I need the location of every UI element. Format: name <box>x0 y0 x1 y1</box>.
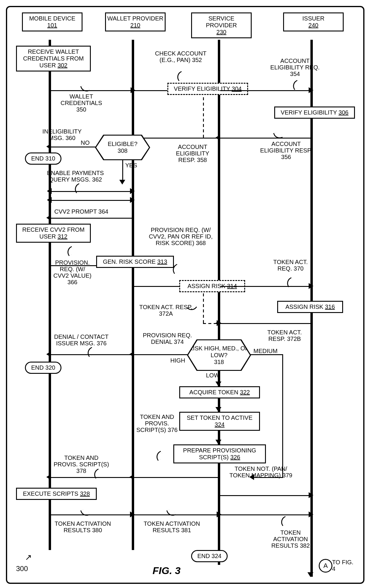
lifeline-service <box>218 40 220 565</box>
actor-ref: 210 <box>107 22 164 29</box>
box-304: VERIFY ELIGIBILITY 304 <box>167 83 248 95</box>
label-372b: TOKEN ACT. RESP. 372B <box>259 329 310 342</box>
actor-title: WALLET PROVIDER <box>107 15 164 22</box>
label-380: TOKEN ACTIVATION RESULTS 380 <box>52 520 114 533</box>
actor-title: ISSUER <box>285 15 342 22</box>
diagram-number: 300 <box>16 565 28 573</box>
actor-wallet: WALLET PROVIDER 210 <box>105 12 166 31</box>
label-381: TOKEN ACTIVATION RESULTS 381 <box>141 520 203 533</box>
actor-service: SERVICE PROVIDER 230 <box>191 12 252 38</box>
figure-label: FIG. 3 <box>153 565 180 576</box>
label-378: TOKEN AND PROVIS. SCRIPT(S) 378 <box>52 454 111 474</box>
label-364: CVV2 PROMPT 364 <box>52 208 111 215</box>
label-366: PROVISION. REQ. (W/ CVV2 VALUE) 366 <box>52 259 93 285</box>
label-362: ENABLE PAYMENTS QUERY MSGS. 362 <box>43 170 108 183</box>
label-tofig4: TO FIG. 4 <box>332 559 356 572</box>
label-379: TOKEN NOT. (PAN/ TOKEN MAPPING) 379 <box>227 465 295 479</box>
pill-324b: END 324 <box>191 550 228 562</box>
actor-mobile: MOBILE DEVICE 101 <box>22 12 83 31</box>
label-356: ACCOUNT ELIGIBILITY RESP. 356 <box>259 141 313 160</box>
box-312: RECEIVE CVV2 FROM USER 312 <box>16 224 91 243</box>
label-376a: DENIAL / CONTACT ISSUER MSG. 376 <box>52 333 111 347</box>
actor-ref: 240 <box>285 22 342 29</box>
box-324a: SET TOKEN TO ACTIVE 324 <box>179 412 260 431</box>
box-313: GEN. RISK SCORE 313 <box>96 256 174 268</box>
label-368: PROVISION REQ. (W/ CVV2, PAN OR REF ID, … <box>147 227 215 246</box>
actor-title: MOBILE DEVICE <box>24 15 80 22</box>
actor-ref: 101 <box>24 22 80 29</box>
label-352: CHECK ACCOUNT (E.G., PAN) 352 <box>150 50 212 63</box>
label-376b: TOKEN AND PROVIS. SCRIPT(S) 376 <box>135 414 179 433</box>
label-374: PROVISION REQ. DENIAL 374 <box>141 332 194 345</box>
box-306: VERIFY ELIGIBILITY 306 <box>274 107 355 119</box>
label-354: ACCOUNT ELIGIBILITY REQ. 354 <box>268 58 322 77</box>
lifeline-mobile <box>49 40 51 550</box>
box-328: EXECUTE SCRIPTS 328 <box>16 488 97 500</box>
label-360: INELIGIBILITY MSG. 360 <box>40 128 84 141</box>
label-372a: TOKEN ACT. RESP. 372A <box>138 304 194 317</box>
label-358: ACCOUNT ELIGIBILITY RESP. 358 <box>167 144 218 163</box>
decision-308: ELIGIBLE? 308 <box>96 136 149 159</box>
actor-issuer: ISSUER 240 <box>283 12 344 31</box>
lifeline-wallet <box>132 40 134 550</box>
box-302: RECEIVE WALLET CREDENTIALS FROM USER 302 <box>16 46 91 71</box>
label-350: WALLET CREDENTIALS 350 <box>58 93 105 113</box>
pill-310: END 310 <box>25 152 61 165</box>
actor-ref: 230 <box>193 29 250 36</box>
offpage-connector: A <box>319 559 332 573</box>
box-322: ACQUIRE TOKEN 322 <box>179 386 260 398</box>
pill-320: END 320 <box>25 362 61 374</box>
actor-title: SERVICE PROVIDER <box>193 15 250 29</box>
decision-318: RISK HIGH, MED., OR LOW? 318 <box>188 340 250 370</box>
box-326: PREPARE PROVISIONING SCRIPT(S) 326 <box>173 444 266 463</box>
label-382: TOKEN ACTIVATION RESULTS 382 <box>262 529 319 549</box>
box-316: ASSIGN RISK 316 <box>277 301 343 313</box>
sequence-diagram: MOBILE DEVICE 101 WALLET PROVIDER 210 SE… <box>6 6 364 584</box>
label-370: TOKEN ACT. REQ. 370 <box>268 259 313 272</box>
